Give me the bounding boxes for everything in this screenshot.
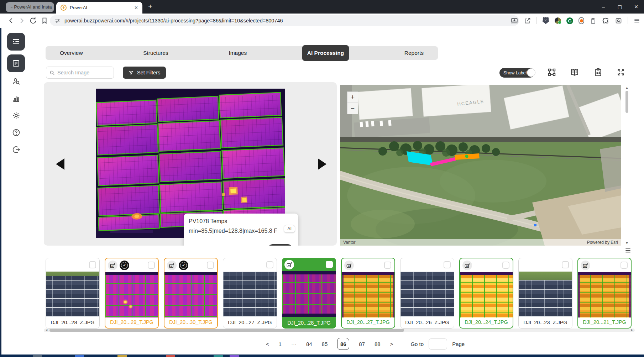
svg-text:AI: AI [288, 264, 290, 266]
window-maximize-button[interactable]: ▢ [617, 4, 623, 10]
browser-tab-inactive[interactable]: ~ PowerAI and Insta [6, 2, 54, 12]
thumbnail-filename: DJI_20...23_Z.JPG [519, 317, 572, 328]
clipboard-report-icon[interactable] [593, 68, 603, 77]
report-book-icon[interactable] [570, 68, 579, 77]
scroll-down-icon[interactable]: ▼ [625, 241, 629, 245]
thumbnail-image [578, 272, 631, 317]
fullscreen-expand-icon[interactable] [616, 68, 625, 77]
search-image-input[interactable] [57, 70, 107, 75]
thumbnail-card[interactable]: AI DJI_20...21_T.JPG [577, 258, 632, 329]
forward-icon[interactable] [18, 17, 26, 25]
thumbnail-card[interactable]: AI DJI_20...24_T.JPG [459, 258, 513, 329]
tooltip-action-button[interactable] [268, 244, 293, 246]
thumbnail-checkbox[interactable] [148, 262, 155, 269]
ai-badge: AI [284, 225, 295, 233]
brave-shield-icon[interactable] [542, 17, 549, 25]
thumbnail-image [46, 272, 99, 317]
zoom-in-button[interactable]: + [347, 92, 358, 103]
vertical-scrollbar[interactable]: ▲ ▼ [625, 86, 629, 246]
thumbnail-image [164, 272, 217, 317]
thumbnail-card[interactable]: AI DJI_20...27_T.JPG [341, 258, 395, 329]
tab-overview[interactable]: Overview [55, 50, 88, 56]
thumbnail-checkbox[interactable] [384, 262, 391, 269]
bounding-box-icon[interactable] [547, 68, 556, 77]
project-tab-bar: Overview Structures Images AI Processing… [46, 46, 438, 60]
extensions-puzzle-icon[interactable] [602, 17, 609, 25]
tab-ai-processing[interactable]: AI Processing [302, 45, 349, 61]
tab-reports[interactable]: Reports [399, 50, 429, 56]
thumbnail-checkbox[interactable] [207, 262, 214, 269]
site-settings-icon[interactable] [54, 18, 61, 24]
page-button-88[interactable]: 88 [375, 341, 381, 347]
show-labels-toggle[interactable]: Show Labels [499, 68, 535, 78]
thumbnail-checkbox[interactable] [502, 262, 509, 269]
url-bar[interactable]: powerai.buzzpowerai.com/#/projects/11330… [50, 15, 519, 26]
image-viewer-panel: PV1078 Temps min=85.5|med=128.8|max=165.… [44, 82, 337, 246]
page-next-button[interactable]: > [390, 341, 393, 347]
thumbnail-card[interactable]: DJI_20...27_Z.JPG [223, 258, 277, 329]
list-view-icon[interactable] [625, 248, 631, 253]
previous-image-arrow[interactable] [55, 158, 64, 170]
extension-orange-dot-icon[interactable] [578, 17, 584, 24]
scroll-left-icon[interactable]: ◄ [45, 328, 48, 332]
goto-label: Go to [410, 341, 424, 347]
thumbnail-checkbox[interactable] [266, 261, 273, 268]
bookmark-icon[interactable] [41, 17, 48, 25]
goto-page-input[interactable] [429, 338, 447, 350]
share-icon[interactable] [524, 17, 531, 25]
scrollbar-thumb[interactable] [49, 329, 404, 332]
help-icon[interactable] [12, 128, 21, 137]
new-tab-button[interactable]: + [148, 2, 152, 11]
window-close-button[interactable]: ✕ [633, 4, 639, 10]
logout-icon[interactable] [12, 145, 21, 154]
back-icon[interactable] [7, 17, 15, 25]
browser-menu-icon[interactable] [633, 17, 640, 24]
reload-icon[interactable] [29, 17, 37, 25]
set-filters-button[interactable]: Set Filters [123, 67, 166, 79]
next-image-arrow[interactable] [318, 158, 327, 170]
set-filters-label: Set Filters [137, 70, 160, 75]
browser-tab-active[interactable]: PowerAI ✕ [56, 2, 142, 14]
search-window-icon[interactable] [615, 17, 622, 25]
window-minimize-button[interactable]: – [601, 4, 606, 10]
thumbnail-filename: DJI_20...28_Z.JPG [46, 317, 99, 328]
thumbnail-card[interactable]: AI DJI_20...30_T.JPG [164, 258, 218, 329]
satellite-map[interactable]: HCEAGLE [340, 85, 621, 246]
scroll-up-icon[interactable]: ▲ [625, 86, 629, 90]
user-search-icon[interactable] [12, 77, 21, 86]
page-button-85[interactable]: 85 [322, 341, 328, 347]
page-button-87[interactable]: 87 [359, 341, 365, 347]
tab-close-icon[interactable]: ✕ [134, 5, 138, 10]
send-to-device-icon[interactable] [511, 17, 518, 25]
thumbnail-card[interactable]: AI DJI_20...29_T.JPG [105, 258, 159, 329]
extension-grammarly-icon[interactable]: G [566, 17, 573, 24]
scroll-right-icon[interactable]: ► [630, 328, 634, 332]
thumbnail-checkbox[interactable] [621, 262, 628, 269]
thumbnail-card-selected[interactable]: AI DJI_20...28_T.JPG [282, 258, 336, 329]
page-button-84[interactable]: 84 [306, 341, 312, 347]
scrollbar-thumb[interactable] [625, 91, 628, 113]
page-button-1[interactable]: 1 [279, 341, 282, 347]
extension-clipboard-icon[interactable] [590, 17, 597, 25]
thumbnail-card[interactable]: DJI_20...28_Z.JPG [46, 258, 100, 329]
thumbnail-checkbox[interactable] [562, 261, 569, 268]
extension-pie-icon[interactable] [555, 17, 561, 24]
tab-images[interactable]: Images [224, 50, 252, 56]
thumbnail-filename: DJI_20...26_Z.JPG [400, 317, 454, 328]
thumbnail-checkbox[interactable] [89, 261, 96, 268]
page-button-86-active[interactable]: 86 [337, 338, 349, 350]
thumbnail-card[interactable]: DJI_20...26_Z.JPG [400, 258, 454, 329]
horizontal-scrollbar[interactable]: ◄ ► [44, 329, 635, 332]
thumbnail-card[interactable]: DJI_20...23_Z.JPG [518, 258, 572, 329]
bar-chart-icon[interactable] [12, 94, 21, 103]
thumbnail-checkbox-checked[interactable] [326, 261, 333, 268]
thumbnail-checkbox[interactable] [444, 261, 451, 268]
settings-gear-icon[interactable] [12, 111, 21, 120]
zoom-out-button[interactable]: − [347, 103, 358, 114]
sidebar-menu-toggle-button[interactable] [7, 33, 25, 51]
page-prev-button[interactable]: < [266, 341, 269, 347]
tab-structures[interactable]: Structures [138, 50, 173, 56]
sidebar-board-button[interactable] [7, 54, 25, 72]
thumbnail-image [223, 272, 277, 317]
page-ellipsis: ··· [291, 341, 297, 347]
